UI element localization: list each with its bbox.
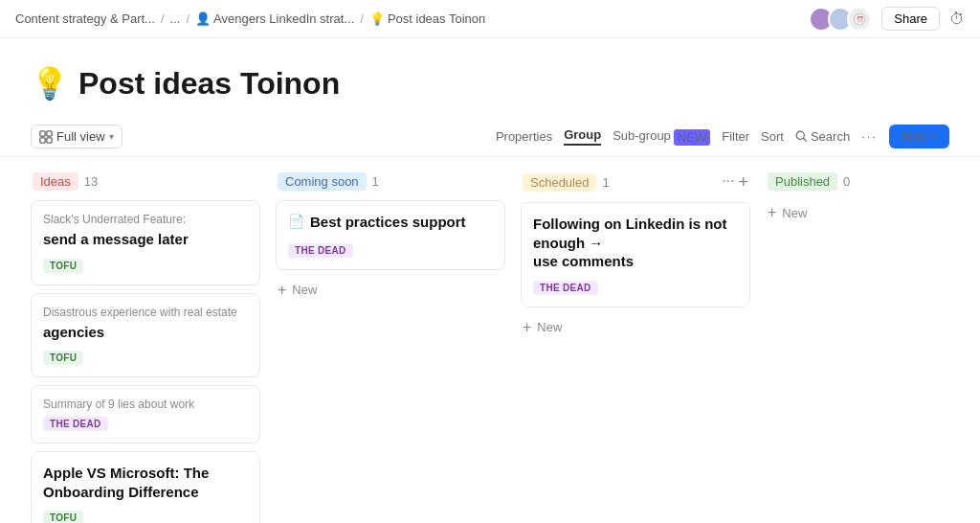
column-header-ideas: Ideas13: [31, 172, 260, 191]
chevron-down-icon: ▾: [109, 131, 114, 142]
new-label: New: [292, 283, 317, 297]
search-icon: [795, 130, 808, 143]
svg-rect-2: [40, 130, 45, 135]
new-label: New: [537, 320, 562, 334]
card-doc-title: 📄Best practices support: [288, 213, 493, 232]
column-actions[interactable]: ··· +: [722, 172, 748, 193]
breadcrumb-current: 💡Post ideas Toinon: [369, 11, 485, 26]
card-tag: THE DEAD: [533, 281, 598, 295]
column-published: Published0+New: [766, 172, 980, 225]
breadcrumb-item-2[interactable]: ...: [170, 11, 181, 26]
column-label-published: Published: [768, 172, 837, 191]
subgroup-badge: NEW: [674, 129, 710, 146]
breadcrumb-sep-3: /: [360, 11, 364, 26]
card-tag: TOFU: [43, 259, 83, 273]
card-title: Following on Linkedin is not enough →use…: [533, 215, 738, 271]
breadcrumb-item-3[interactable]: 👤Avengers LinkedIn strat...: [195, 11, 354, 26]
table-icon: [39, 130, 53, 144]
column-count-ideas: 13: [84, 174, 98, 189]
breadcrumb-sep-2: /: [186, 11, 189, 26]
plus-icon: +: [768, 204, 776, 221]
full-view-button[interactable]: Full view ▾: [31, 125, 122, 148]
history-icon[interactable]: ⏱: [949, 11, 965, 28]
column-count-coming-soon: 1: [372, 174, 379, 189]
top-nav: Content strategy & Part... / ... / 👤Aven…: [0, 0, 980, 38]
column-ideas: Ideas13Slack's Underrated Feature:send a…: [31, 172, 260, 523]
nav-right: ⏰ Share ⏱: [809, 7, 965, 32]
card[interactable]: Disastrous experience with real estateag…: [31, 293, 260, 378]
page-emoji: 💡: [31, 65, 69, 102]
avatar-group: ⏰: [809, 7, 872, 32]
card[interactable]: Following on Linkedin is not enough →use…: [521, 202, 750, 307]
card[interactable]: Apple VS Microsoft: The Onboarding Diffe…: [31, 451, 260, 523]
column-label-coming-soon: Coming soon: [278, 172, 367, 191]
doc-icon: 📄: [288, 214, 304, 229]
avatar-3: ⏰: [847, 7, 872, 32]
filter-btn[interactable]: Filter: [722, 129, 749, 144]
search-label: Search: [811, 129, 850, 144]
plus-icon: +: [278, 282, 286, 299]
breadcrumb-sep-1: /: [161, 11, 165, 26]
plus-icon: +: [523, 319, 531, 336]
column-coming-soon: Coming soon1📄Best practices supportTHE D…: [276, 172, 505, 303]
card-subtitle: Disastrous experience with real estate: [43, 306, 248, 319]
card-title: Best practices support: [310, 213, 466, 232]
chevron-down-icon: ▾: [931, 131, 936, 142]
subgroup-btn[interactable]: Sub-groupNEW: [612, 128, 710, 144]
card-tag: THE DEAD: [288, 243, 353, 258]
card[interactable]: 📄Best practices supportTHE DEAD: [276, 200, 505, 270]
new-label: New: [782, 206, 807, 220]
svg-text:⏰: ⏰: [857, 15, 864, 23]
new-button[interactable]: New ▾: [889, 125, 949, 148]
card-title: send a message later: [43, 230, 248, 249]
svg-rect-5: [47, 137, 52, 142]
add-new-button[interactable]: +New: [766, 200, 980, 225]
column-scheduled: Scheduled1··· +Following on Linkedin is …: [521, 172, 750, 340]
breadcrumb: Content strategy & Part... / ... / 👤Aven…: [15, 11, 485, 26]
column-header-published: Published0: [766, 172, 980, 191]
page-title-text: Post ideas Toinon: [78, 66, 340, 102]
view-label: Full view: [56, 129, 105, 144]
breadcrumb-item-1[interactable]: Content strategy & Part...: [15, 11, 155, 26]
share-button[interactable]: Share: [881, 7, 940, 31]
sort-btn[interactable]: Sort: [761, 129, 784, 144]
card-subtitle: Summary of 9 lies about work: [43, 398, 248, 411]
properties-btn[interactable]: Properties: [496, 129, 552, 144]
dots-icon[interactable]: ···: [722, 172, 734, 193]
column-label-ideas: Ideas: [33, 172, 78, 191]
column-header-coming-soon: Coming soon1: [276, 172, 505, 191]
card-title: agencies: [43, 323, 248, 342]
card-tag: TOFU: [43, 351, 83, 365]
add-new-button[interactable]: +New: [276, 278, 505, 303]
search-btn[interactable]: Search: [795, 129, 850, 144]
card-subtitle: Slack's Underrated Feature:: [43, 213, 248, 226]
svg-rect-3: [47, 130, 52, 135]
add-icon[interactable]: +: [738, 172, 748, 193]
svg-line-7: [803, 139, 806, 142]
card-tag: THE DEAD: [43, 417, 108, 431]
toolbar-right: Properties Group Sub-groupNEW Filter Sor…: [496, 125, 949, 148]
card-title: Apple VS Microsoft: The Onboarding Diffe…: [43, 464, 248, 501]
card-inline: Following on Linkedin is not enough →use…: [533, 215, 738, 279]
add-new-button[interactable]: +New: [521, 315, 750, 340]
card[interactable]: Summary of 9 lies about workTHE DEAD: [31, 385, 260, 443]
column-label-scheduled: Scheduled: [523, 173, 596, 192]
column-header-scheduled: Scheduled1··· +: [521, 172, 750, 193]
page-title: 💡 Post ideas Toinon: [31, 65, 949, 102]
toolbar: Full view ▾ Properties Group Sub-groupNE…: [0, 117, 980, 157]
group-btn[interactable]: Group: [564, 127, 601, 146]
page-header: 💡 Post ideas Toinon: [0, 38, 980, 117]
card-tag: TOFU: [43, 511, 83, 523]
card[interactable]: Slack's Underrated Feature:send a messag…: [31, 200, 260, 285]
more-options-btn[interactable]: ···: [861, 129, 878, 144]
toolbar-left: Full view ▾: [31, 125, 496, 148]
svg-rect-4: [40, 137, 45, 142]
column-count-scheduled: 1: [602, 175, 609, 190]
column-count-published: 0: [843, 174, 850, 189]
board: Ideas13Slack's Underrated Feature:send a…: [0, 157, 980, 523]
